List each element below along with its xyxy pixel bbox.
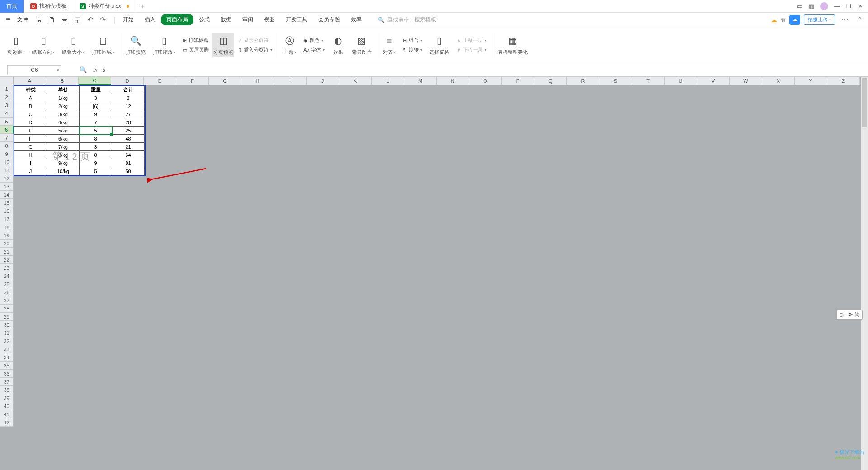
cell[interactable]: J: [14, 167, 47, 175]
table-header[interactable]: 种类: [14, 86, 47, 94]
cloud-sync-icon[interactable]: ☁: [771, 16, 777, 24]
row-header-39[interactable]: 39: [0, 394, 14, 402]
col-header-K[interactable]: K: [339, 77, 372, 85]
cell[interactable]: G: [14, 143, 47, 151]
cell[interactable]: [6]: [80, 102, 112, 110]
cell[interactable]: 6/kg: [47, 135, 80, 143]
col-header-R[interactable]: R: [567, 77, 599, 85]
menu-insert[interactable]: 插入: [139, 14, 161, 25]
ribbon-size[interactable]: ▯ 纸张大小▾: [58, 34, 88, 56]
collapse-ribbon-icon[interactable]: ⌃: [855, 15, 864, 24]
col-header-G[interactable]: G: [209, 77, 241, 85]
row-header-36[interactable]: 36: [0, 370, 14, 378]
row-header-31[interactable]: 31: [0, 329, 14, 337]
chevron-down-icon[interactable]: ▾: [57, 68, 59, 72]
save-as-icon[interactable]: 🗎: [48, 16, 56, 24]
col-header-X[interactable]: X: [762, 77, 795, 85]
col-header-B[interactable]: B: [46, 77, 79, 85]
row-header-11[interactable]: 11: [0, 166, 14, 174]
row-header-23[interactable]: 23: [0, 264, 14, 272]
col-header-C[interactable]: C: [79, 77, 111, 85]
cell[interactable]: D: [14, 118, 47, 127]
more-icon[interactable]: ⋯: [839, 15, 851, 24]
print-icon[interactable]: 🖶: [61, 16, 69, 24]
select-all-corner[interactable]: [0, 77, 14, 85]
ribbon-colors[interactable]: ◉颜色▾: [303, 37, 325, 44]
cell[interactable]: 64: [112, 151, 145, 159]
row-header-40[interactable]: 40: [0, 402, 14, 410]
menu-data[interactable]: 数据: [215, 14, 237, 25]
col-header-J[interactable]: J: [307, 77, 339, 85]
ribbon-bg-image[interactable]: ▧ 背景图片: [348, 34, 375, 56]
row-header-27[interactable]: 27: [0, 296, 14, 305]
row-header-17[interactable]: 17: [0, 215, 14, 223]
col-header-Y[interactable]: Y: [795, 77, 827, 85]
row-header-24[interactable]: 24: [0, 272, 14, 280]
search-fx-icon[interactable]: 🔍: [80, 66, 87, 73]
cell[interactable]: 7: [80, 118, 112, 127]
cell[interactable]: 5: [80, 167, 112, 175]
row-header-28[interactable]: 28: [0, 305, 14, 313]
row-header-29[interactable]: 29: [0, 313, 14, 321]
cell[interactable]: 1/kg: [47, 94, 80, 102]
ribbon-print-scale[interactable]: ▯ 打印缩放▾: [149, 34, 179, 56]
row-header-34[interactable]: 34: [0, 353, 14, 362]
row-header-20[interactable]: 20: [0, 240, 14, 248]
formula-input[interactable]: 5: [98, 67, 868, 73]
row-header-5[interactable]: 5: [0, 118, 14, 126]
col-header-W[interactable]: W: [730, 77, 762, 85]
ribbon-insert-break[interactable]: ↴插入分页符▾: [238, 47, 272, 53]
row-header-3[interactable]: 3: [0, 101, 14, 109]
table-header[interactable]: 合计: [112, 86, 145, 94]
cell[interactable]: 50: [112, 167, 145, 175]
cloud-button[interactable]: ☁: [789, 15, 800, 25]
ribbon-effects[interactable]: ◐ 效果: [328, 34, 348, 56]
tab-home[interactable]: 首页: [0, 0, 24, 13]
menu-member[interactable]: 会员专题: [313, 14, 345, 25]
menu-start[interactable]: 开始: [118, 14, 139, 25]
cell[interactable]: 12: [112, 102, 145, 110]
maximize-icon[interactable]: ❐: [845, 3, 852, 9]
ribbon-orientation[interactable]: ▯ 纸张方向▾: [28, 34, 58, 56]
cell[interactable]: 81: [112, 159, 145, 167]
cell[interactable]: 27: [112, 110, 145, 118]
row-header-9[interactable]: 9: [0, 150, 14, 158]
vertical-scrollbar[interactable]: [861, 77, 868, 470]
col-header-M[interactable]: M: [404, 77, 437, 85]
col-header-F[interactable]: F: [176, 77, 209, 85]
row-header-22[interactable]: 22: [0, 256, 14, 264]
row-header-7[interactable]: 7: [0, 134, 14, 142]
close-icon[interactable]: ✕: [857, 3, 863, 9]
cell[interactable]: B: [14, 102, 47, 110]
file-menu[interactable]: 文件: [14, 16, 31, 24]
ribbon-table-beautify[interactable]: ▦ 表格整理美化: [494, 34, 531, 56]
row-header-12[interactable]: 12: [0, 174, 14, 183]
ribbon-header-footer[interactable]: ▭页眉页脚: [183, 47, 209, 53]
col-header-I[interactable]: I: [274, 77, 307, 85]
table-header[interactable]: 重量: [80, 86, 112, 94]
row-header-32[interactable]: 32: [0, 337, 14, 345]
ribbon-rotate[interactable]: ↻旋转▾: [403, 47, 422, 53]
menu-page-layout[interactable]: 页面布局: [161, 14, 193, 25]
menu-view[interactable]: 视图: [259, 14, 280, 25]
col-header-D[interactable]: D: [111, 77, 144, 85]
ime-indicator[interactable]: CH⟳简: [836, 310, 863, 320]
col-header-U[interactable]: U: [665, 77, 697, 85]
table-header[interactable]: 单价: [47, 86, 80, 94]
hamburger-icon[interactable]: ≡: [4, 15, 13, 24]
row-header-16[interactable]: 16: [0, 207, 14, 215]
apps-icon[interactable]: ▦: [808, 3, 815, 9]
row-header-8[interactable]: 8: [0, 142, 14, 150]
row-header-25[interactable]: 25: [0, 280, 14, 288]
row-header-2[interactable]: 2: [0, 93, 14, 101]
row-header-6[interactable]: 6: [0, 126, 14, 134]
ribbon-print-preview[interactable]: 🔍 打印预览: [122, 34, 149, 56]
tab-current-file[interactable]: S 种类单价.xlsx: [73, 0, 136, 13]
print-preview-icon[interactable]: ◱: [73, 16, 81, 24]
menu-formula[interactable]: 公式: [193, 14, 215, 25]
cell[interactable]: E: [14, 127, 47, 135]
col-header-H[interactable]: H: [241, 77, 274, 85]
tab-templates[interactable]: D 找稻壳模板: [24, 0, 73, 13]
ribbon-group-btn[interactable]: ⊞组合▾: [403, 37, 422, 44]
cell[interactable]: 2/kg: [47, 102, 80, 110]
